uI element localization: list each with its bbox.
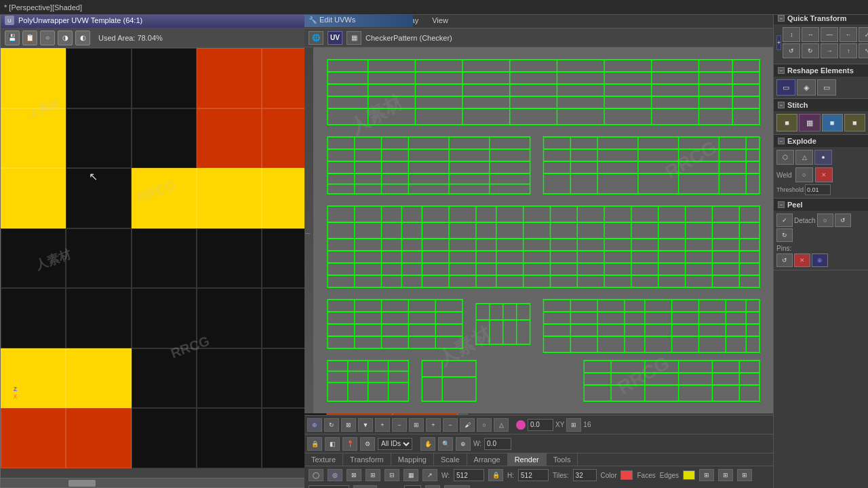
reshape-btn2[interactable]: ◈	[797, 79, 816, 96]
coord-input[interactable]	[528, 419, 553, 431]
save-tex-btn[interactable]: Save	[353, 485, 377, 488]
plus-btn[interactable]: +	[375, 418, 390, 432]
width-input[interactable]	[404, 485, 421, 488]
stitch-btn3[interactable]: ■	[822, 114, 843, 131]
tex-ico1[interactable]: ◯	[309, 469, 323, 481]
pin-btn2[interactable]: ✕	[794, 253, 810, 267]
settings-btn[interactable]: ⚙	[360, 437, 375, 451]
pin-btn1[interactable]: ↺	[776, 253, 793, 267]
reshape-btn3[interactable]: ▭	[817, 79, 836, 96]
uv-label[interactable]: UV	[328, 31, 342, 45]
stitch-btn4[interactable]: ■	[844, 114, 865, 131]
rotate-btn[interactable]: ↻	[324, 418, 339, 432]
qt-diag1[interactable]: ⤢	[859, 27, 868, 42]
pin-icon-btn[interactable]: 📍	[342, 437, 357, 451]
contrast-btn[interactable]: ◐	[75, 30, 90, 45]
hand-btn[interactable]: ✋	[420, 437, 435, 451]
qt-collapse-btn[interactable]: −	[778, 15, 785, 22]
explode-tri-btn[interactable]: △	[795, 150, 813, 165]
tab-scale[interactable]: Scale	[434, 453, 467, 466]
qt-left[interactable]: ←	[840, 27, 857, 42]
move-btn[interactable]: ⊕	[307, 418, 322, 432]
stitch-header[interactable]: − Stitch	[774, 99, 868, 111]
grid-ico2[interactable]: ⊟	[384, 469, 399, 481]
stitch-collapse-btn[interactable]: −	[778, 102, 785, 108]
detach-btn1[interactable]: ○	[817, 214, 833, 227]
lock-wh-btn[interactable]: 🔒	[488, 469, 503, 481]
save-icon-btn[interactable]: 💾	[5, 30, 20, 45]
spinner-up[interactable]: ▲	[425, 485, 440, 488]
reset-tex-btn[interactable]: Reset	[444, 485, 470, 488]
reshape-header[interactable]: − Reshape Elements	[774, 64, 868, 77]
zoom2-btn[interactable]: ⊕	[456, 437, 471, 451]
tab-render[interactable]: Render	[508, 453, 547, 466]
sel-btn[interactable]: ◧	[325, 437, 340, 451]
detach-btn3[interactable]: ↻	[776, 228, 793, 242]
all-ids-select[interactable]: All IDs	[378, 438, 412, 450]
tab-tools[interactable]: Tools	[547, 453, 578, 466]
grid-ico3[interactable]: ▦	[403, 469, 418, 481]
grid-ico1[interactable]: ⊞	[366, 469, 380, 481]
qt-rotccw[interactable]: ↺	[783, 43, 800, 58]
select-btn[interactable]: ▼	[358, 418, 373, 432]
tex-ico3[interactable]: ⊠	[347, 469, 361, 481]
tab-arrange[interactable]: Arrange	[467, 453, 508, 466]
minus-btn[interactable]: −	[392, 418, 407, 432]
circle-tool-btn[interactable]: ○	[477, 418, 492, 432]
tab-texture[interactable]: Texture	[304, 453, 343, 466]
qt-right[interactable]: →	[821, 43, 838, 58]
tiles-input[interactable]	[573, 469, 597, 481]
grid-btn1[interactable]: ⊞	[699, 469, 714, 481]
paint-btn[interactable]: 🖌	[460, 418, 475, 432]
reshape-btn1[interactable]: ▭	[776, 79, 795, 96]
tex-ico2[interactable]: ◎	[328, 469, 342, 481]
faces-color[interactable]	[620, 470, 633, 480]
half-circle-btn[interactable]: ◑	[58, 30, 73, 45]
peel-check[interactable]: ✓	[776, 214, 793, 227]
weld-btn1[interactable]: ○	[795, 167, 813, 182]
stitch-btn1[interactable]: ■	[776, 114, 797, 131]
sphere-icon-btn[interactable]: 🌐	[309, 31, 323, 45]
detach-btn2[interactable]: ↺	[835, 214, 851, 227]
explode-sphere-btn[interactable]: ●	[814, 150, 832, 165]
tab-transform[interactable]: Transform	[343, 453, 391, 466]
circle-btn[interactable]: ○	[40, 30, 55, 45]
snap-btn[interactable]: ⊞	[566, 418, 581, 432]
pin-btn3[interactable]: ⊕	[812, 253, 828, 267]
minus2-btn[interactable]: −	[443, 418, 458, 432]
grid-btn3[interactable]: ⊞	[737, 469, 752, 481]
threshold-input[interactable]	[805, 184, 831, 195]
reshape-collapse-btn[interactable]: −	[778, 67, 785, 74]
copy-icon-btn[interactable]: 📋	[22, 30, 37, 45]
qt-add-btn[interactable]: +	[776, 35, 781, 50]
qt-up[interactable]: ↑	[840, 43, 857, 58]
stitch-btn2[interactable]: ▦	[799, 114, 820, 131]
tab-mapping[interactable]: Mapping	[391, 453, 434, 466]
h-tex-input[interactable]	[518, 469, 549, 481]
qt-diag2[interactable]: ⤡	[859, 43, 868, 58]
menu-view[interactable]: View	[429, 15, 451, 26]
grid-btn2[interactable]: ⊞	[718, 469, 733, 481]
edges-color[interactable]	[683, 470, 695, 480]
peel-header[interactable]: − Peel	[774, 199, 868, 211]
qt-rotcw[interactable]: ↻	[802, 43, 819, 58]
qt-fliph[interactable]: ↔	[802, 27, 819, 42]
lock-btn[interactable]: 🔒	[307, 437, 322, 451]
zoom-btn[interactable]: 🔍	[438, 437, 453, 451]
plain-select[interactable]: Plain	[309, 485, 349, 488]
scale-btn[interactable]: ⊠	[341, 418, 356, 432]
plus2-btn[interactable]: +	[426, 418, 441, 432]
peel-collapse-btn[interactable]: −	[778, 201, 785, 208]
explode-header[interactable]: − Explode	[774, 135, 868, 147]
checker-icon-btn[interactable]: ▦	[347, 31, 361, 45]
qt-collapse2[interactable]: —	[821, 27, 838, 42]
grid-btn[interactable]: ⊞	[409, 418, 424, 432]
explode-collapse-btn[interactable]: −	[778, 138, 785, 144]
qt-flipv[interactable]: ↕	[783, 27, 800, 42]
poly-btn[interactable]: △	[494, 418, 509, 432]
w-tex-input[interactable]	[454, 469, 484, 481]
w-input[interactable]	[484, 438, 511, 450]
arrow-ico[interactable]: ↗	[422, 469, 437, 481]
explode-hex-btn[interactable]: ⬡	[776, 150, 794, 165]
weld-btn2[interactable]: ✕	[815, 167, 833, 182]
